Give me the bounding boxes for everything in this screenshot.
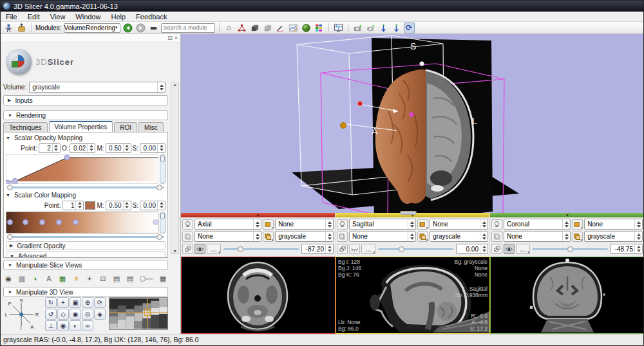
- slice-pin-button[interactable]: [491, 219, 502, 230]
- sagittal-labelmap-combobox[interactable]: None: [430, 219, 488, 230]
- combo-spin-arrows[interactable]: [157, 82, 165, 92]
- tab-roi[interactable]: ROI: [114, 122, 137, 132]
- slice-more-options-button[interactable]: …▾: [516, 244, 530, 254]
- title-bar[interactable]: 3D Slicer 4.0.gamma-2011-06-13: [1, 1, 644, 12]
- advanced-header[interactable]: ▼ Advanced: [6, 251, 166, 258]
- axial-background-combobox[interactable]: grayscale: [275, 231, 334, 242]
- axial-labelmap-combobox[interactable]: None: [275, 219, 334, 230]
- slice-link-button[interactable]: [182, 244, 193, 254]
- modules-menu-button[interactable]: [236, 23, 247, 33]
- capture-scene-button[interactable]: [365, 23, 376, 33]
- color-control-point[interactable]: [73, 219, 79, 225]
- extensions-refresh-button[interactable]: ⟳: [404, 23, 415, 33]
- coronal-labelmap-combobox[interactable]: None: [584, 219, 643, 230]
- color-transfer-function-bar[interactable]: [6, 212, 166, 233]
- color-control-point[interactable]: [7, 219, 13, 225]
- sagittal-offset-slider[interactable]: [377, 244, 455, 254]
- crosshair-icon[interactable]: +: [84, 273, 95, 284]
- label-outline-icon[interactable]: ▤: [111, 273, 122, 284]
- save-button[interactable]: [16, 23, 27, 33]
- slice-more-options-button[interactable]: …▾: [207, 244, 221, 254]
- module-back-button[interactable]: [122, 23, 133, 33]
- module-search-input[interactable]: [161, 23, 215, 33]
- axial-foreground-combobox[interactable]: None: [194, 231, 261, 242]
- menu-edit[interactable]: Edit: [23, 12, 45, 21]
- slice-background-icon[interactable]: ◗: [30, 273, 41, 284]
- slice-link-button[interactable]: [337, 244, 348, 254]
- coronal-background-combobox[interactable]: grayscale: [584, 231, 643, 242]
- restore-view-2-button[interactable]: [391, 23, 402, 33]
- color-swatch[interactable]: [85, 201, 95, 210]
- menu-help[interactable]: Help: [106, 12, 131, 21]
- slice-composite-icon[interactable]: ▥: [17, 273, 27, 284]
- rock-view-button[interactable]: ◈: [94, 309, 106, 320]
- module-history-button[interactable]: [148, 23, 159, 33]
- axial-offset-slider[interactable]: [222, 244, 300, 254]
- record-button[interactable]: ◉: [70, 309, 81, 320]
- coronal-offset-slider[interactable]: [531, 244, 609, 254]
- color-bar-range-slider[interactable]: [7, 234, 164, 240]
- volume-combobox[interactable]: grayscale: [29, 82, 166, 93]
- slice-pin-button[interactable]: [182, 219, 193, 230]
- screenshot-button[interactable]: ▣: [70, 297, 81, 308]
- background-layer-button[interactable]: ▾: [263, 232, 274, 242]
- modules-combobox[interactable]: VolumeRendering ▾: [64, 23, 120, 33]
- axial-orientation-combobox[interactable]: Axial: [194, 219, 261, 230]
- gradient-opacity-header[interactable]: ▶ Gradient Opacity: [6, 241, 166, 250]
- background-layer-button[interactable]: ▾: [572, 232, 583, 242]
- interpolation-toggle-icon[interactable]: ▦: [158, 273, 168, 284]
- layout-selector-button[interactable]: [333, 23, 344, 33]
- slice-visibility-button[interactable]: [349, 244, 360, 254]
- slice-annotation-icon[interactable]: A: [44, 273, 54, 284]
- scroll-down-icon[interactable]: ▼: [173, 249, 177, 253]
- labelmap-layer-button[interactable]: ▾: [263, 219, 274, 230]
- close-panel-icon[interactable]: ×: [175, 35, 178, 41]
- color-control-point[interactable]: [153, 219, 158, 225]
- fiducial-red[interactable]: [357, 101, 363, 106]
- sagittal-background-combobox[interactable]: grayscale: [430, 231, 488, 242]
- slice-color-cube-icon[interactable]: ▦: [57, 273, 68, 284]
- fiducial-orange[interactable]: [341, 123, 346, 129]
- scalar-opacity-header[interactable]: ▼ Scalar Opacity Mapping: [6, 134, 166, 142]
- rendering-section-header[interactable]: ▼ Rendering: [3, 110, 168, 120]
- menu-window[interactable]: Window: [70, 12, 106, 21]
- pitch-down-button[interactable]: ↺: [45, 309, 57, 320]
- color-sharp-spinbox[interactable]: 0.00: [140, 201, 166, 210]
- tab-volume-properties[interactable]: Volume Properties: [49, 121, 113, 132]
- models-module-button[interactable]: [301, 23, 312, 33]
- editor-module-button[interactable]: [275, 23, 286, 33]
- annotations-module-button[interactable]: [288, 23, 299, 33]
- sharp-spinbox[interactable]: 0.00: [140, 143, 166, 153]
- slice-visibility-button[interactable]: [194, 244, 205, 254]
- pitch-up-button[interactable]: ↻: [45, 297, 57, 308]
- 3d-visibility-button[interactable]: ◉: [57, 320, 69, 331]
- coronal-foreground-combobox[interactable]: None: [504, 231, 571, 242]
- axial-offset-spinbox[interactable]: -87.20: [301, 244, 334, 254]
- capture-screenshot-button[interactable]: [352, 23, 363, 33]
- inputs-section-header[interactable]: ▶ Inputs: [3, 95, 168, 105]
- fiducial-pink[interactable]: [410, 113, 414, 117]
- menu-view[interactable]: View: [45, 12, 71, 21]
- axial-slice-view[interactable]: [181, 257, 336, 334]
- manipulate-slice-views-header[interactable]: ▼ Manipulate Slice Views: [3, 260, 168, 270]
- undock-panel-icon[interactable]: ⊡: [167, 35, 173, 41]
- zoom-in-button[interactable]: ⊕: [82, 297, 93, 308]
- opacity-spinbox[interactable]: 0.02: [70, 143, 95, 153]
- coronal-color-bar[interactable]: ▼: [490, 213, 644, 217]
- sagittal-orientation-combobox[interactable]: Sagittal: [349, 219, 416, 230]
- coronal-offset-spinbox[interactable]: -48.75: [611, 244, 643, 254]
- slice-visibility-button[interactable]: [504, 244, 515, 254]
- point-spinbox[interactable]: 2: [39, 143, 61, 153]
- menu-file[interactable]: File: [1, 12, 23, 21]
- fiducial-top[interactable]: [420, 62, 424, 66]
- color-bar-vertical-zoom-slider[interactable]: [160, 212, 166, 233]
- scalar-color-header[interactable]: ▼ Scalar Color Mapping: [6, 191, 166, 199]
- background-layer-button[interactable]: ▾: [417, 232, 428, 242]
- sagittal-slice-view[interactable]: Bg I: 128Bg J: 146Bg K: 76 Lb: NoneBg: 8…: [336, 257, 490, 334]
- label-map-icon[interactable]: ▤: [125, 273, 135, 284]
- coronal-slice-view[interactable]: [490, 257, 644, 334]
- restore-view-1-button[interactable]: [378, 23, 389, 33]
- slice-pin-button[interactable]: [337, 219, 348, 230]
- color-mid-spinbox[interactable]: 0.50: [106, 201, 131, 210]
- foreground-layer-button[interactable]: [491, 232, 502, 242]
